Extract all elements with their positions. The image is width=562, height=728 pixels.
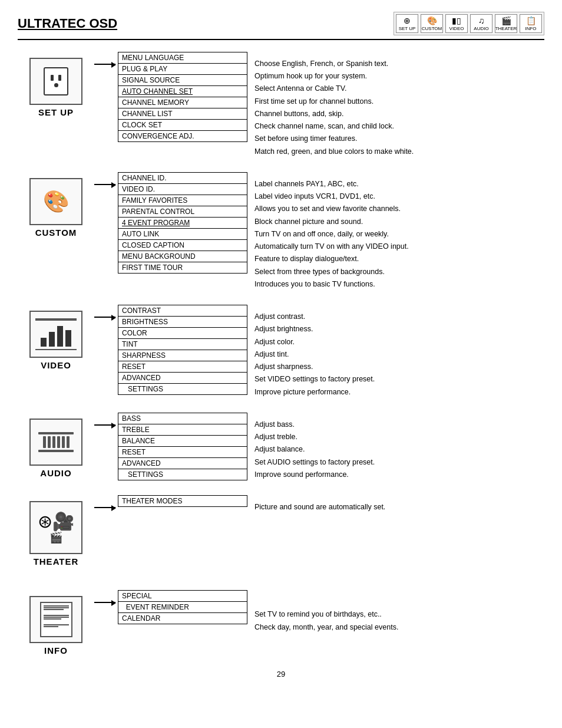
audio-label: AUDIO bbox=[40, 468, 71, 478]
list-item: PARENTAL CONTROL bbox=[118, 206, 247, 217]
custom-section: 🎨 CUSTOM CHANNEL ID. VIDEO ID. FAMILY FA… bbox=[18, 172, 544, 291]
list-item: EVENT REMINDER bbox=[118, 602, 247, 613]
palette-icon: 🎨 bbox=[43, 189, 70, 214]
info-icon-image bbox=[29, 596, 82, 643]
list-item: AUTO CHANNEL SET bbox=[118, 85, 247, 97]
list-item: SIGNAL SOURCE bbox=[118, 74, 247, 85]
list-item: CHANNEL ID. bbox=[118, 172, 247, 183]
theater-menu: THEATER MODES bbox=[118, 495, 247, 507]
theater-arrow bbox=[94, 495, 118, 508]
header-icon-info: 📋 INFO bbox=[520, 14, 542, 33]
setup-label: SET UP bbox=[38, 107, 74, 117]
list-item: CLOSED CAPTION bbox=[118, 239, 247, 251]
video-section: VIDEO CONTRAST BRIGHTNESS COLOR TINT SHA… bbox=[18, 305, 544, 398]
info-icon-box: INFO bbox=[18, 590, 94, 655]
list-item: MENU BACKGROUND bbox=[118, 251, 247, 262]
header-icon-custom: 🎨 CUSTOM bbox=[421, 14, 443, 33]
list-item: MENU LANGUAGE bbox=[118, 52, 247, 63]
list-item: SETTINGS bbox=[118, 469, 247, 480]
page-title: ULTRATEC OSD bbox=[18, 16, 117, 31]
setup-icon-box: SET UP bbox=[18, 52, 94, 117]
audio-section: AUDIO BASS TREBLE BALANCE RESET ADVANCED… bbox=[18, 413, 544, 481]
list-item: FIRST TIME TOUR bbox=[118, 262, 247, 273]
theater-label: THEATER bbox=[34, 556, 79, 566]
custom-icon-image: 🎨 bbox=[29, 178, 82, 225]
info-menu: SPECIAL EVENT REMINDER CALENDAR bbox=[118, 590, 247, 624]
list-item: TREBLE bbox=[118, 424, 247, 435]
info-descriptions: Set TV to remind you of birthdays, etc..… bbox=[247, 590, 544, 634]
video-descriptions: Adjust contrast. Adjust brightness. Adju… bbox=[247, 305, 544, 398]
list-item: CHANNEL MEMORY bbox=[118, 97, 247, 108]
custom-arrow bbox=[94, 172, 118, 185]
list-item: BASS bbox=[118, 413, 247, 424]
custom-label: CUSTOM bbox=[35, 228, 77, 238]
header-icon-video: ▮▯ VIDEO bbox=[445, 14, 468, 33]
outlet-icon bbox=[44, 67, 68, 95]
video-menu: CONTRAST BRIGHTNESS COLOR TINT SHARPNESS… bbox=[118, 305, 247, 395]
custom-icon-box: 🎨 CUSTOM bbox=[18, 172, 94, 238]
list-item: PLUG & PLAY bbox=[118, 63, 247, 74]
header-icon-bar: ⊕ SET UP 🎨 CUSTOM ▮▯ VIDEO ♫ AUDIO 🎬 THE… bbox=[394, 12, 544, 35]
setup-menu: MENU LANGUAGE PLUG & PLAY SIGNAL SOURCE … bbox=[118, 52, 247, 142]
list-item: 4 EVENT PROGRAM bbox=[118, 217, 247, 228]
list-item: BALANCE bbox=[118, 435, 247, 446]
list-item: FAMILY FAVORITES bbox=[118, 195, 247, 206]
theater-section: ⊛🎥 🎬 THEATER THEATER MODES Picture and s… bbox=[18, 495, 544, 566]
list-item: CALENDAR bbox=[118, 613, 247, 624]
list-item: COLOR bbox=[118, 328, 247, 339]
list-item: BRIGHTNESS bbox=[118, 317, 247, 328]
info-label: INFO bbox=[44, 645, 68, 655]
bars-icon bbox=[41, 323, 71, 347]
list-item: CONTRAST bbox=[118, 305, 247, 317]
setup-section: SET UP MENU LANGUAGE PLUG & PLAY SIGNAL … bbox=[18, 52, 544, 158]
list-item: VIDEO ID. bbox=[118, 183, 247, 195]
setup-arrow bbox=[94, 52, 118, 65]
list-item: SETTINGS bbox=[118, 384, 247, 395]
list-item: SHARPNESS bbox=[118, 350, 247, 361]
list-item: RESET bbox=[118, 446, 247, 457]
list-item: RESET bbox=[118, 361, 247, 373]
setup-icon-image bbox=[29, 58, 82, 105]
list-item: CHANNEL LIST bbox=[118, 108, 247, 119]
header-icon-theater: 🎬 THEATER bbox=[495, 14, 517, 33]
audio-icon-image bbox=[29, 419, 82, 466]
theater-descriptions: Picture and sound are automatically set. bbox=[247, 495, 544, 513]
theater-icon-box: ⊛🎥 🎬 THEATER bbox=[18, 495, 94, 566]
list-item: THEATER MODES bbox=[118, 496, 247, 507]
info-section: INFO SPECIAL EVENT REMINDER CALENDAR Set… bbox=[18, 590, 544, 655]
list-item: AUTO LINK bbox=[118, 228, 247, 239]
custom-menu: CHANNEL ID. VIDEO ID. FAMILY FAVORITES P… bbox=[118, 172, 247, 274]
page-header: ULTRATEC OSD ⊕ SET UP 🎨 CUSTOM ▮▯ VIDEO … bbox=[18, 12, 544, 40]
list-item: SPECIAL bbox=[118, 591, 247, 602]
video-label: VIDEO bbox=[41, 360, 71, 370]
audio-menu: BASS TREBLE BALANCE RESET ADVANCED SETTI… bbox=[118, 413, 247, 480]
list-item: CLOCK SET bbox=[118, 119, 247, 130]
page-number: 29 bbox=[18, 670, 544, 678]
header-icon-audio: ♫ AUDIO bbox=[470, 14, 492, 33]
video-icon-box: VIDEO bbox=[18, 305, 94, 370]
list-item: CONVERGENCE ADJ. bbox=[118, 130, 247, 141]
list-item: ADVANCED bbox=[118, 373, 247, 384]
audio-arrow bbox=[94, 413, 118, 426]
theater-icon-image: ⊛🎥 🎬 bbox=[29, 501, 82, 554]
video-arrow bbox=[94, 305, 118, 318]
header-icon-setup: ⊕ SET UP bbox=[396, 14, 418, 33]
setup-descriptions: Choose English, French, or Spanish text.… bbox=[247, 52, 544, 158]
audio-icon-box: AUDIO bbox=[18, 413, 94, 478]
custom-descriptions: Label channels PAY1, ABC, etc. Label vid… bbox=[247, 172, 544, 291]
info-arrow bbox=[94, 590, 118, 603]
list-item: TINT bbox=[118, 339, 247, 350]
list-item: ADVANCED bbox=[118, 457, 247, 469]
video-icon-image bbox=[29, 311, 82, 358]
camera-icon: ⊛🎥 🎬 bbox=[38, 513, 74, 543]
audio-descriptions: Adjust bass. Adjust treble. Adjust balan… bbox=[247, 413, 544, 481]
